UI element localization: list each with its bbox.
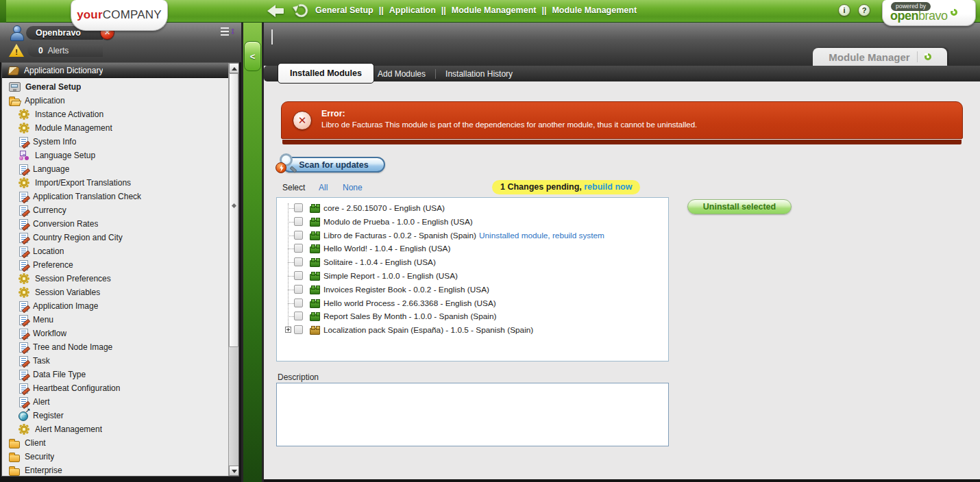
form-icon [19, 342, 28, 353]
module-checkbox[interactable] [294, 285, 303, 294]
select-all-link[interactable]: All [319, 183, 328, 192]
module-label[interactable]: Hello World! - 1.0.4 - English (USA) [323, 244, 450, 253]
tab-add-modules[interactable]: Add Modules [378, 69, 426, 79]
module-label[interactable]: Localization pack Spain (España) - 1.0.5… [323, 325, 533, 335]
scrollbar-thumb[interactable] [229, 73, 238, 347]
collapse-menu-icon[interactable] [221, 27, 234, 38]
sidebar-item-general-setup[interactable]: General Setup [2, 80, 238, 94]
sidebar-item-preference[interactable]: Preference [2, 258, 238, 272]
uninstall-selected-button[interactable]: Uninstall selected [687, 199, 792, 214]
description-label: Description [278, 372, 319, 382]
sidebar-item-import-export-translations[interactable]: Import/Export Translations [2, 176, 238, 190]
module-checkbox[interactable] [294, 203, 303, 212]
sidebar-item-data-file-type[interactable]: Data File Type [2, 368, 238, 381]
module-row-hello-world: Hello World! - 1.0.4 - English (USA) [277, 242, 668, 255]
help-icon[interactable]: ? [858, 4, 870, 16]
sidebar-item-alert[interactable]: Alert [2, 395, 238, 409]
refresh-icon[interactable] [293, 2, 309, 18]
book-icon [8, 66, 20, 75]
sidebar-menu: Application Dictionary General Setup App… [1, 62, 239, 477]
scan-magnifier-icon [275, 153, 299, 177]
back-icon[interactable] [267, 5, 285, 17]
module-row-hello-world-process: Hello world Process - 2.66.3368 - Englis… [277, 296, 668, 310]
warning-triangle-icon: ! [9, 44, 24, 57]
sidebar-item-enterprise[interactable]: Enterprise [2, 464, 238, 477]
rebuild-now-link[interactable]: rebuild now [584, 182, 632, 192]
sidebar-item-client[interactable]: Client [2, 436, 238, 450]
gear-icon [19, 287, 30, 298]
sidebar-item-currency[interactable]: Currency [2, 203, 238, 217]
error-icon: ✕ [293, 111, 312, 130]
form-icon [19, 383, 28, 394]
module-label[interactable]: Solitaire - 1.0.4 - English (USA) [323, 257, 436, 267]
sidebar-item-session-preferences[interactable]: Session Preferences [2, 272, 238, 286]
scroll-down-icon[interactable] [229, 466, 239, 476]
tab-installed-modules[interactable]: Installed Modules [278, 63, 374, 84]
module-icon [310, 206, 320, 213]
module-label[interactable]: Modulo de Prueba - 1.0.0 - English (USA) [323, 217, 473, 227]
module-label[interactable]: Invoices Register Book - 0.0.2 - English… [323, 285, 489, 294]
sidebar-item-workflow[interactable]: Workflow [2, 327, 238, 340]
module-checkbox[interactable] [294, 325, 303, 334]
collapse-sidebar-button[interactable]: < [244, 41, 261, 71]
scroll-up-icon[interactable] [229, 63, 239, 73]
sidebar-scrollbar[interactable] [228, 63, 238, 476]
installed-modules-list: core - 2.50.15070 - English (USA) Modulo… [276, 197, 669, 362]
alerts-pill[interactable]: 0Alerts [27, 44, 103, 57]
sidebar-item-tree-and-node-image[interactable]: Tree and Node Image [2, 340, 238, 354]
sidebar-item-session-variables[interactable]: Session Variables [2, 286, 238, 299]
pack-icon [310, 328, 320, 335]
sidebar-item-register[interactable]: Register [2, 409, 238, 422]
langsetup-icon [19, 150, 30, 161]
module-icon [310, 233, 320, 240]
info-icon[interactable]: i [838, 4, 850, 16]
sidebar-item-security[interactable]: Security [2, 450, 238, 464]
module-icon [310, 246, 320, 253]
description-textarea[interactable] [276, 383, 669, 446]
scan-for-updates-button[interactable]: Scan for updates [282, 157, 385, 173]
sidebar-item-heartbeat-configuration[interactable]: Heartbeat Configuration [2, 381, 238, 395]
module-label[interactable]: Simple Report - 1.0.0 - English (USA) [323, 271, 458, 281]
sidebar-item-menu[interactable]: Menu [2, 313, 238, 327]
module-label[interactable]: Libro de Facturas - 0.0.2 - Spanish (Spa… [323, 231, 476, 240]
sidebar-item-country-region-and-city[interactable]: Country Region and City [2, 231, 238, 244]
sidebar-item-application-translation-check[interactable]: Application Translation Check [2, 190, 238, 203]
sidebar-item-instance-activation[interactable]: Instance Activation [2, 107, 238, 121]
tab-installation-history[interactable]: Installation History [445, 69, 513, 79]
sidebar-item-conversion-rates[interactable]: Conversion Rates [2, 217, 238, 231]
gear-icon [19, 273, 30, 284]
select-none-link[interactable]: None [343, 183, 363, 192]
module-checkbox[interactable] [294, 271, 303, 280]
module-checkbox[interactable] [294, 217, 303, 226]
module-label[interactable]: Report Sales By Month - 1.0.0 - Spanish … [323, 312, 496, 321]
module-label[interactable]: core - 2.50.15070 - English (USA) [323, 203, 445, 213]
sidebar-splitter[interactable]: < [241, 23, 264, 482]
module-checkbox[interactable] [294, 231, 303, 240]
sidebar-item-task[interactable]: Task [2, 354, 238, 368]
breadcrumb-item: General Setup [315, 5, 373, 15]
module-icon [310, 314, 320, 321]
sidebar-item-language-setup[interactable]: Language Setup [2, 149, 238, 162]
sidebar-item-application-dictionary[interactable]: Application Dictionary [2, 63, 238, 78]
module-checkbox[interactable] [294, 244, 303, 253]
form-icon [19, 397, 28, 407]
module-checkbox[interactable] [294, 299, 303, 307]
sidebar-item-alert-management[interactable]: Alert Management [2, 422, 238, 436]
module-icon [310, 260, 320, 267]
sidebar-item-application-image[interactable]: Application Image [2, 299, 238, 313]
module-checkbox[interactable] [294, 312, 303, 320]
module-row-modulo-de-prueba: Modulo de Prueba - 1.0.0 - English (USA) [277, 215, 668, 229]
breadcrumb-separator: || [441, 5, 446, 15]
module-checkbox[interactable] [294, 257, 303, 266]
breadcrumb-item: Application [389, 5, 436, 15]
sidebar-item-module-management[interactable]: Module Management [2, 121, 238, 135]
sidebar-item-language[interactable]: Language [2, 162, 238, 176]
module-status-link[interactable]: Uninstalled module, rebuild system [479, 231, 604, 240]
expand-icon[interactable] [285, 327, 291, 333]
sidebar-item-system-info[interactable]: System Info [2, 135, 238, 149]
form-icon [19, 164, 28, 175]
module-label[interactable]: Hello world Process - 2.66.3368 - Englis… [323, 299, 496, 308]
sidebar-item-application[interactable]: Application [2, 94, 238, 107]
main-toolbar: Module Manager [264, 23, 980, 66]
sidebar-item-location[interactable]: Location [2, 244, 238, 258]
